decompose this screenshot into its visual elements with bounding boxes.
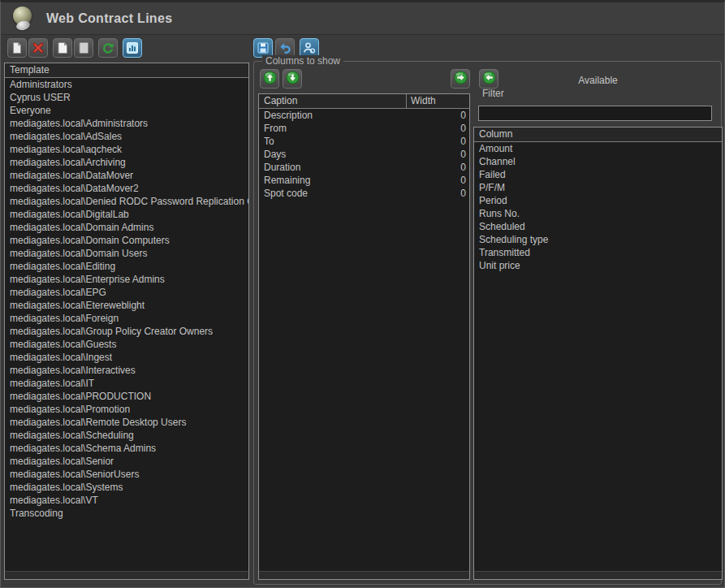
- user-icon: [303, 41, 316, 54]
- template-list-item[interactable]: mediagates.local\VT: [5, 494, 248, 507]
- available-list-item[interactable]: Scheduled: [474, 220, 722, 233]
- new-document-button[interactable]: [7, 38, 27, 58]
- template-list-item[interactable]: mediagates.local\aqcheck: [5, 143, 248, 156]
- template-list-item[interactable]: mediagates.local\Administrators: [5, 117, 248, 130]
- table-row[interactable]: Remaining 0: [259, 174, 469, 187]
- template-list-item[interactable]: mediagates.local\Schema Admins: [5, 442, 248, 455]
- undo-icon: [278, 41, 291, 54]
- template-list-item[interactable]: mediagates.local\SeniorUsers: [5, 468, 248, 481]
- template-list-item[interactable]: mediagates.local\DataMover2: [5, 182, 248, 195]
- caption-cell: Days: [259, 148, 406, 161]
- group-label: Columns to show: [262, 55, 343, 67]
- template-list-item[interactable]: mediagates.local\Etereweblight: [5, 299, 248, 312]
- template-list-item[interactable]: Everyone: [5, 104, 248, 117]
- template-list-item[interactable]: mediagates.local\Editing: [5, 260, 248, 273]
- width-cell: 0: [406, 109, 469, 122]
- template-list-item[interactable]: mediagates.local\Domain Admins: [5, 221, 248, 234]
- table-row[interactable]: From 0: [259, 122, 469, 135]
- template-list-item[interactable]: mediagates.local\Promotion: [5, 403, 248, 416]
- new-document-icon: [11, 41, 24, 54]
- template-list-item[interactable]: mediagates.local\Guests: [5, 338, 248, 351]
- move-down-icon: [286, 71, 300, 87]
- template-list-item[interactable]: mediagates.local\Ingest: [5, 351, 248, 364]
- template-column-header[interactable]: Template: [5, 63, 248, 78]
- app-window: Web Contract Lines: [0, 0, 725, 588]
- width-cell: 0: [406, 148, 469, 161]
- width-cell: 0: [406, 187, 469, 200]
- width-cell: 0: [406, 122, 469, 135]
- template-list-item[interactable]: mediagates.local\Enterprise Admins: [5, 273, 248, 286]
- available-list-item[interactable]: Scheduling type: [474, 233, 722, 246]
- columns-table-header: Caption Width: [259, 94, 469, 109]
- template-panel: Template AdministratorsCyprus USEREveryo…: [4, 63, 249, 580]
- columns-table-rows: Description 0 From 0 To 0 Days 0 Duratio…: [259, 109, 469, 570]
- template-list-item[interactable]: mediagates.local\Systems: [5, 481, 248, 494]
- table-row[interactable]: To 0: [259, 135, 469, 148]
- delete-icon: [32, 41, 45, 54]
- copy-icon: [56, 41, 69, 54]
- available-title: Available: [473, 75, 723, 86]
- width-cell: 0: [406, 174, 469, 187]
- template-list-item[interactable]: mediagates.local\DataMover: [5, 169, 248, 182]
- template-list-item[interactable]: mediagates.local\Domain Computers: [5, 234, 248, 247]
- caption-cell: Duration: [259, 161, 406, 174]
- columns-table-hscrollbar[interactable]: [259, 571, 469, 579]
- available-list-item[interactable]: Transmitted: [474, 246, 722, 259]
- template-list-item[interactable]: mediagates.local\Denied RODC Password Re…: [5, 195, 248, 208]
- template-list-item[interactable]: Transcoding: [5, 507, 248, 520]
- width-column-header[interactable]: Width: [406, 94, 469, 108]
- template-list-item[interactable]: mediagates.local\DigitalLab: [5, 208, 248, 221]
- template-list-item[interactable]: mediagates.local\Group Policy Creator Ow…: [5, 325, 248, 338]
- table-row[interactable]: Days 0: [259, 148, 469, 161]
- title-bar: Web Contract Lines: [1, 2, 724, 35]
- caption-column-header[interactable]: Caption: [259, 94, 406, 108]
- available-list-item[interactable]: P/F/M: [474, 181, 722, 194]
- filter-input[interactable]: [478, 106, 712, 121]
- template-list-item[interactable]: mediagates.local\PRODUCTION: [5, 390, 248, 403]
- caption-cell: From: [259, 122, 406, 135]
- template-list-item[interactable]: mediagates.local\Domain Users: [5, 247, 248, 260]
- template-list-item[interactable]: mediagates.local\Senior: [5, 455, 248, 468]
- template-list-item[interactable]: Cyprus USER: [5, 91, 248, 104]
- move-up-icon: [263, 71, 277, 87]
- template-list-item[interactable]: mediagates.local\Interactives: [5, 364, 248, 377]
- columns-to-show-group: Columns to show Caption Width: [253, 61, 722, 585]
- move-up-button[interactable]: [260, 69, 279, 89]
- template-list-item[interactable]: mediagates.local\IT: [5, 377, 248, 390]
- template-list-item[interactable]: mediagates.local\Remote Desktop Users: [5, 416, 248, 429]
- caption-cell: Description: [259, 109, 406, 122]
- template-list: AdministratorsCyprus USEREveryonemediaga…: [5, 78, 248, 570]
- caption-cell: To: [259, 135, 406, 148]
- table-row[interactable]: Spot code 0: [259, 187, 469, 200]
- template-list-item[interactable]: mediagates.local\Foreign: [5, 312, 248, 325]
- template-list-item[interactable]: mediagates.local\Scheduling: [5, 429, 248, 442]
- column-list-header[interactable]: Column: [474, 128, 722, 142]
- template-list-item[interactable]: mediagates.local\Archiving: [5, 156, 248, 169]
- available-list-item[interactable]: Period: [474, 194, 722, 207]
- template-hscrollbar[interactable]: [5, 571, 248, 579]
- available-list-item[interactable]: Channel: [474, 155, 722, 168]
- globe-icon: [9, 6, 38, 32]
- chart-view-button[interactable]: [123, 38, 142, 58]
- refresh-button[interactable]: [98, 38, 118, 58]
- delete-button[interactable]: [28, 38, 48, 58]
- filter-label: Filter: [482, 88, 504, 99]
- page-title: Web Contract Lines: [46, 11, 172, 26]
- move-right-button[interactable]: [451, 69, 470, 89]
- move-down-button[interactable]: [283, 69, 302, 89]
- table-row[interactable]: Description 0: [259, 109, 469, 122]
- available-hscrollbar[interactable]: [474, 571, 722, 579]
- template-list-item[interactable]: mediagates.local\AdSales: [5, 130, 248, 143]
- available-list-item[interactable]: Runs No.: [474, 207, 722, 220]
- chart-icon: [126, 41, 139, 54]
- template-list-item[interactable]: mediagates.local\EPG: [5, 286, 248, 299]
- copy-button[interactable]: [53, 38, 72, 58]
- move-right-icon: [454, 71, 468, 87]
- available-list: AmountChannelFailedP/F/MPeriodRuns No.Sc…: [474, 142, 722, 570]
- template-list-item[interactable]: Administrators: [5, 78, 248, 91]
- paste-button[interactable]: [74, 38, 93, 58]
- available-list-item[interactable]: Amount: [474, 142, 722, 155]
- table-row[interactable]: Duration 0: [259, 161, 469, 174]
- available-list-item[interactable]: Failed: [474, 168, 722, 181]
- available-list-item[interactable]: Unit price: [474, 259, 722, 272]
